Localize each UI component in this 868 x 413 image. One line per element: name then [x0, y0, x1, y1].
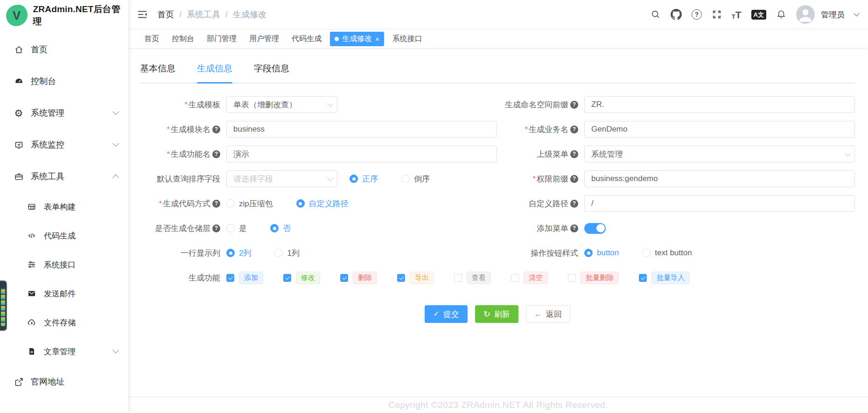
- breadcrumb-separator: /: [225, 10, 228, 20]
- tag-view-dept[interactable]: 部门管理: [203, 32, 241, 46]
- chevron-down-icon[interactable]: [854, 10, 860, 16]
- form-item-custom-path: 自定义路径: [498, 195, 855, 212]
- tab-field-info[interactable]: 字段信息: [254, 63, 289, 83]
- external-link-icon: [13, 377, 24, 387]
- back-button[interactable]: 返回: [526, 305, 570, 323]
- help-icon[interactable]: [212, 126, 220, 133]
- checkbox-add[interactable]: 添加: [226, 272, 263, 284]
- sidebar-item-system-monitor[interactable]: 系统监控: [0, 129, 128, 161]
- sidebar-item-system-api[interactable]: 系统接口: [0, 250, 128, 279]
- avatar[interactable]: [796, 5, 815, 24]
- help-icon[interactable]: [570, 150, 578, 158]
- parent-menu-select[interactable]: 系统管理: [584, 146, 855, 162]
- radio-text-button-style[interactable]: text button: [642, 248, 692, 258]
- sort-field-select[interactable]: 请选择字段: [226, 170, 337, 187]
- radio-zip[interactable]: zip压缩包: [226, 198, 273, 209]
- radio-button-style[interactable]: button: [584, 248, 619, 258]
- module-name-label: 生成模块名: [167, 124, 210, 135]
- checkbox-delete[interactable]: 删除: [340, 272, 377, 284]
- close-icon[interactable]: [375, 35, 379, 42]
- sidebar-item-send-mail[interactable]: 发送邮件: [0, 279, 128, 308]
- app-logo-row[interactable]: V ZRAdmin.NET后台管理: [0, 0, 128, 31]
- help-icon[interactable]: [692, 9, 702, 20]
- sidebar-item-home[interactable]: 首页: [0, 34, 128, 65]
- namespace-prefix-input[interactable]: [584, 96, 855, 113]
- checkbox-icon: [639, 274, 647, 282]
- tag-view-gen-edit-active[interactable]: 生成修改: [330, 32, 384, 46]
- theme-drawer-handle[interactable]: [0, 280, 7, 331]
- form-item-repository-layer: 是否生成仓储层 是 否: [140, 220, 498, 237]
- checkbox-batch-import[interactable]: 批量导入: [639, 272, 690, 284]
- radio-sort-asc[interactable]: 正序: [350, 174, 378, 184]
- template-select[interactable]: 单表（增删改查）: [226, 96, 337, 113]
- tab-gen-info[interactable]: 生成信息: [197, 63, 232, 83]
- main-area: 首页 / 系统工具 / 生成修改 A文 管理员: [128, 0, 868, 413]
- radio-one-col[interactable]: 1列: [274, 248, 299, 259]
- tag-view-home[interactable]: 首页: [140, 32, 163, 46]
- sort-field-label: 默认查询排序字段: [157, 174, 220, 184]
- sidebar-item-system-tools[interactable]: 系统工具: [0, 161, 128, 192]
- tag-view-api[interactable]: 系统接口: [388, 32, 427, 46]
- radio-two-cols[interactable]: 2列: [226, 248, 251, 259]
- help-icon[interactable]: [570, 175, 578, 183]
- language-icon[interactable]: A文: [751, 10, 766, 20]
- radio-custom-path[interactable]: 自定义路径: [296, 198, 349, 209]
- sidebar-item-file-storage[interactable]: 文件存储: [0, 308, 128, 337]
- checkbox-export[interactable]: 导出: [397, 272, 434, 284]
- function-tag: 修改: [296, 272, 320, 284]
- submit-button[interactable]: 提交: [425, 305, 467, 323]
- business-name-input[interactable]: [584, 121, 855, 138]
- bell-icon[interactable]: [776, 9, 786, 20]
- tag-view-user[interactable]: 用户管理: [245, 32, 283, 46]
- radio-repo-yes[interactable]: 是: [226, 223, 247, 234]
- sidebar-item-article-mgmt[interactable]: 文章管理: [0, 337, 128, 366]
- breadcrumb-item[interactable]: 首页: [157, 9, 174, 20]
- user-name[interactable]: 管理员: [821, 9, 845, 20]
- help-icon[interactable]: [570, 126, 578, 133]
- permission-prefix-input[interactable]: [584, 170, 855, 187]
- radio-icon: [296, 199, 305, 208]
- checkbox-view[interactable]: 查看: [454, 272, 491, 284]
- font-size-icon[interactable]: [732, 10, 742, 20]
- add-menu-toggle[interactable]: [584, 223, 606, 234]
- checkbox-icon: [511, 274, 519, 282]
- help-icon[interactable]: [212, 224, 220, 232]
- sidebar-item-dashboard[interactable]: 控制台: [0, 65, 128, 97]
- tag-view-codegen[interactable]: 代码生成: [287, 32, 326, 46]
- sidebar-item-label: 官网地址: [31, 376, 64, 387]
- sidebar-item-form-builder[interactable]: 表单构建: [0, 192, 128, 221]
- parent-menu-label: 上级菜单: [537, 149, 568, 160]
- help-icon[interactable]: [212, 200, 220, 208]
- radio-repo-no[interactable]: 否: [270, 223, 291, 234]
- checkbox-icon: [226, 274, 234, 282]
- collapse-sidebar-icon[interactable]: [137, 9, 148, 20]
- sidebar-item-official-site[interactable]: 官网地址: [0, 366, 128, 398]
- button-style-radio-group: button text button: [584, 248, 692, 258]
- breadcrumb-item[interactable]: 系统工具: [187, 9, 220, 20]
- radio-icon: [642, 249, 651, 257]
- checkbox-clear[interactable]: 清空: [511, 272, 548, 284]
- sidebar-item-code-gen[interactable]: 代码生成: [0, 221, 128, 250]
- breadcrumb-item: 生成修改: [233, 9, 266, 20]
- cloud-upload-icon: [26, 318, 37, 327]
- module-name-input[interactable]: [226, 121, 497, 138]
- fullscreen-icon[interactable]: [712, 9, 722, 20]
- help-icon[interactable]: [570, 200, 578, 208]
- sidebar-item-label: 文件存储: [44, 317, 76, 328]
- checkbox-batch-delete[interactable]: 批量删除: [568, 272, 619, 284]
- help-icon[interactable]: [212, 150, 220, 158]
- github-icon[interactable]: [671, 9, 682, 20]
- refresh-button[interactable]: 刷新: [475, 305, 518, 323]
- search-icon[interactable]: [651, 9, 661, 20]
- parent-menu-value: 系统管理: [591, 149, 845, 160]
- help-icon[interactable]: [570, 101, 578, 109]
- sidebar-item-system-mgmt[interactable]: ⚙ 系统管理: [0, 97, 128, 129]
- function-name-input[interactable]: [226, 146, 497, 162]
- help-icon[interactable]: [570, 224, 578, 232]
- namespace-prefix-label: 生成命名空间前缀: [505, 99, 568, 110]
- tag-view-dashboard[interactable]: 控制台: [168, 32, 198, 46]
- radio-sort-desc[interactable]: 倒序: [401, 174, 430, 184]
- custom-path-input[interactable]: [584, 195, 855, 212]
- checkbox-edit[interactable]: 修改: [283, 272, 320, 284]
- tab-basic-info[interactable]: 基本信息: [140, 63, 175, 83]
